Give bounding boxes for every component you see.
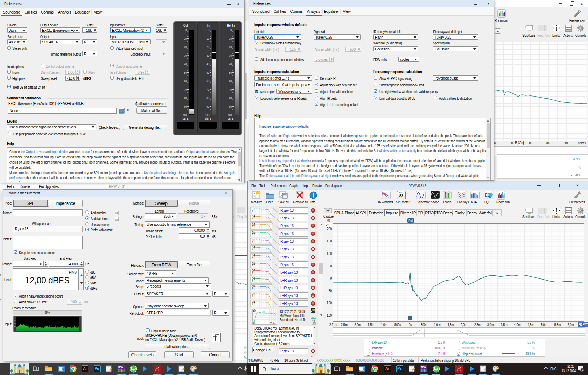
svg-text:0: 0 <box>450 192 451 194</box>
svg-text:REW: REW <box>421 366 426 368</box>
svg-text:REW: REW <box>118 366 123 368</box>
